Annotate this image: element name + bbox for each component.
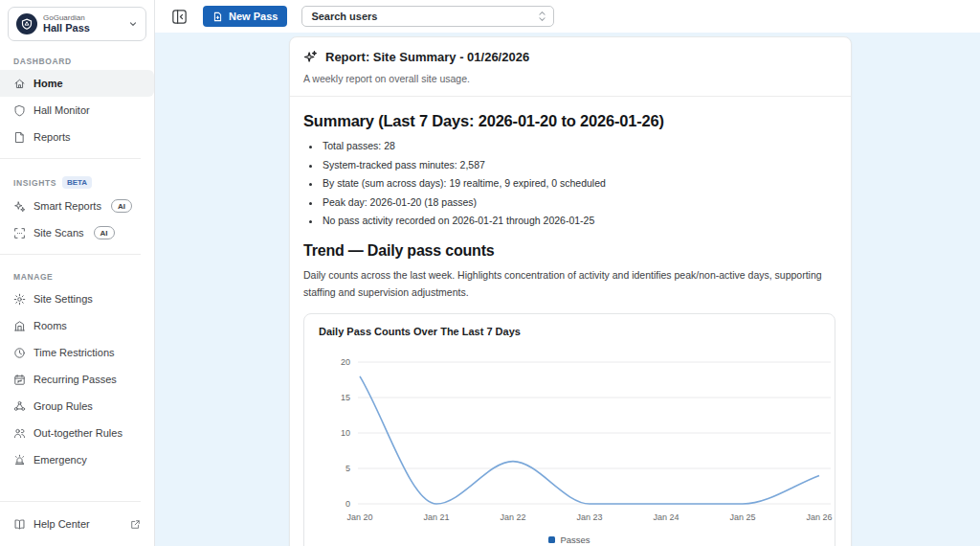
svg-text:Jan 20: Jan 20	[346, 512, 372, 522]
sidebar-item-smart-reports[interactable]: Smart Reports AI	[0, 193, 154, 219]
sidebar-item-out-together-rules[interactable]: Out-together Rules	[0, 420, 154, 446]
sidebar-item-help-center[interactable]: Help Center	[0, 510, 154, 538]
summary-bullet: System-tracked pass minutes: 2,587	[321, 159, 837, 171]
content-area: Report: Site Summary - 01/26/2026 A week…	[155, 33, 980, 546]
sidebar-divider	[0, 501, 141, 502]
file-plus-icon	[212, 11, 223, 22]
sidebar-item-label: Site Scans	[33, 227, 84, 239]
siren-icon	[13, 454, 26, 466]
gear-icon	[13, 293, 26, 306]
svg-text:Jan 23: Jan 23	[576, 512, 602, 522]
ai-sparkle-icon	[303, 50, 318, 64]
search-users-combobox[interactable]	[301, 6, 554, 27]
svg-text:0: 0	[345, 499, 350, 509]
sidebar-item-label: Recurring Passes	[33, 374, 117, 385]
sidebar-item-label: Site Settings	[33, 293, 93, 305]
ai-pill: AI	[94, 226, 115, 239]
summary-bullet: By state (sum across days): 19 realtime,…	[321, 177, 837, 189]
ai-pill: AI	[111, 199, 132, 213]
sidebar-item-label: Help Center	[33, 518, 90, 530]
new-pass-label: New Pass	[229, 11, 278, 22]
svg-text:Jan 25: Jan 25	[729, 512, 755, 522]
calendar-repeat-icon	[13, 374, 26, 386]
legend-label: Passes	[560, 535, 590, 545]
sidebar-divider	[0, 158, 141, 159]
brand-product: Hall Pass	[43, 22, 128, 34]
scan-icon	[13, 227, 26, 239]
report-body: Summary (Last 7 Days: 2026-01-20 to 2026…	[290, 97, 851, 546]
panel-collapse-icon	[170, 8, 189, 26]
sidebar-item-label: Out-together Rules	[33, 427, 122, 439]
summary-bullet: Total passes: 28	[321, 140, 837, 151]
clock-icon	[13, 347, 26, 359]
updown-chevrons-icon	[537, 10, 547, 23]
group-nodes-icon	[13, 400, 26, 413]
daily-pass-chart-card: Daily Pass Counts Over The Last 7 Days 0…	[303, 313, 835, 546]
svg-text:Jan 24: Jan 24	[653, 512, 679, 522]
trend-description: Daily counts across the last week. Highl…	[303, 267, 837, 302]
sidebar-item-label: Home	[33, 78, 63, 89]
summary-bullet: Peak day: 2026-01-20 (18 passes)	[321, 196, 837, 208]
report-title: Report: Site Summary - 01/26/2026	[325, 50, 529, 64]
sidebar: GoGuardian Hall Pass DASHBOARD Home Hall…	[0, 0, 155, 546]
main-area: New Pass Report: Site Summary - 01/26/20…	[155, 0, 980, 546]
sidebar-item-home[interactable]: Home	[0, 70, 154, 97]
sidebar-item-group-rules[interactable]: Group Rules	[0, 393, 154, 420]
brand-company: GoGuardian	[43, 13, 128, 22]
collapse-sidebar-button[interactable]	[170, 8, 189, 26]
sidebar-item-label: Rooms	[33, 320, 67, 331]
svg-text:Jan 22: Jan 22	[500, 512, 525, 522]
goguardian-logo-icon	[16, 13, 37, 34]
topbar: New Pass	[155, 0, 980, 33]
report-card: Report: Site Summary - 01/26/2026 A week…	[289, 36, 852, 546]
chart-legend: Passes	[304, 535, 835, 545]
section-label-dashboard: DASHBOARD	[13, 57, 72, 66]
building-icon	[13, 320, 26, 332]
app-window: GoGuardian Hall Pass DASHBOARD Home Hall…	[0, 0, 980, 546]
sidebar-item-site-settings[interactable]: Site Settings	[0, 285, 154, 312]
site-switcher[interactable]: GoGuardian Hall Pass	[8, 7, 146, 41]
section-label-manage: MANAGE	[13, 272, 53, 282]
sparkles-icon	[13, 200, 26, 213]
chart-title: Daily Pass Counts Over The Last 7 Days	[304, 326, 835, 337]
shield-icon	[13, 104, 26, 117]
svg-text:Jan 21: Jan 21	[423, 512, 449, 522]
sidebar-item-time-restrictions[interactable]: Time Restrictions	[0, 339, 154, 366]
new-pass-button[interactable]: New Pass	[203, 6, 287, 27]
summary-heading: Summary (Last 7 Days: 2026-01-20 to 2026…	[303, 112, 837, 130]
sidebar-item-reports[interactable]: Reports	[0, 124, 154, 150]
sidebar-item-label: Group Rules	[33, 400, 93, 412]
trend-heading: Trend — Daily pass counts	[303, 242, 837, 260]
beta-badge: BETA	[62, 176, 92, 189]
chevron-down-icon	[128, 19, 138, 29]
svg-text:15: 15	[341, 393, 350, 402]
document-icon	[13, 131, 26, 144]
sidebar-item-label: Hall Monitor	[33, 104, 90, 116]
summary-bullet: No pass activity recorded on 2026-01-21 …	[321, 215, 837, 226]
svg-text:10: 10	[341, 428, 350, 438]
book-icon	[13, 518, 26, 531]
report-subtitle: A weekly report on overall site usage.	[303, 73, 837, 84]
sidebar-item-site-scans[interactable]: Site Scans AI	[0, 219, 154, 246]
external-link-icon	[130, 519, 141, 530]
sidebar-item-hall-monitor[interactable]: Hall Monitor	[0, 97, 154, 124]
sidebar-item-label: Emergency	[33, 454, 87, 466]
report-header: Report: Site Summary - 01/26/2026 A week…	[290, 37, 851, 97]
line-chart: 05101520Jan 20Jan 21Jan 22Jan 23Jan 24Ja…	[304, 343, 840, 533]
sidebar-divider	[0, 254, 141, 255]
section-label-insights: INSIGHTS	[13, 178, 56, 188]
sidebar-item-rooms[interactable]: Rooms	[0, 312, 154, 339]
search-input[interactable]	[301, 6, 554, 27]
sidebar-item-label: Smart Reports	[33, 200, 101, 212]
svg-text:5: 5	[345, 464, 350, 473]
sidebar-item-label: Reports	[33, 131, 71, 143]
summary-bullet-list: Total passes: 28 System-tracked pass min…	[309, 140, 837, 226]
home-icon	[13, 78, 26, 90]
people-icon	[13, 427, 26, 440]
sidebar-item-recurring-passes[interactable]: Recurring Passes	[0, 366, 154, 393]
svg-text:20: 20	[341, 357, 350, 367]
svg-text:Jan 26: Jan 26	[806, 512, 832, 522]
sidebar-item-label: Time Restrictions	[33, 347, 115, 358]
legend-swatch	[548, 536, 555, 543]
sidebar-item-emergency[interactable]: Emergency	[0, 446, 154, 473]
